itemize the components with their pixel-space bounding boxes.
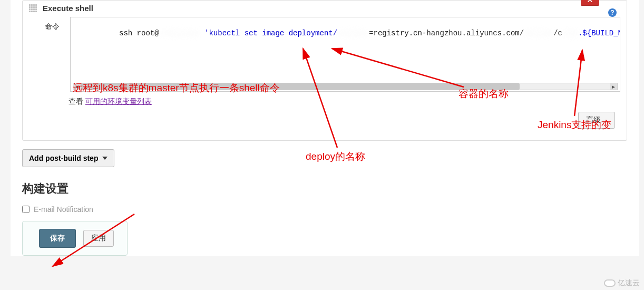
add-step-label: Add post-build step xyxy=(29,154,98,162)
command-textarea[interactable]: ssh root@ 'kubectl set image deployment/… xyxy=(70,17,620,92)
svg-text:?: ? xyxy=(610,9,614,16)
scroll-left-icon[interactable]: ◄ xyxy=(73,83,81,90)
section-title: Execute shell xyxy=(43,4,93,13)
horizontal-scrollbar[interactable]: ◄ ► xyxy=(73,83,618,90)
apply-button[interactable]: 应用 xyxy=(83,230,114,247)
footer-actions: 保存 应用 xyxy=(22,221,128,256)
scroll-thumb[interactable] xyxy=(81,83,520,90)
env-vars-link[interactable]: 可用的环境变量列表 xyxy=(85,97,152,105)
drag-handle-icon[interactable] xyxy=(29,4,37,13)
build-step-execute-shell: X ? Execute shell 命令 ssh root@ 'kubectl … xyxy=(22,0,627,141)
email-notification-checkbox[interactable] xyxy=(22,206,30,213)
delete-step-button[interactable]: X xyxy=(581,0,599,6)
help-icon[interactable]: ? xyxy=(608,8,617,17)
build-settings-heading: 构建设置 xyxy=(22,181,639,197)
env-vars-hint: 查看 可用的环境变量列表 xyxy=(69,97,620,107)
command-label: 命令 xyxy=(45,17,63,32)
add-post-build-step-button[interactable]: Add post-build step xyxy=(22,149,114,167)
watermark: 亿速云 xyxy=(604,278,640,288)
scroll-right-icon[interactable]: ► xyxy=(610,83,617,90)
chevron-down-icon xyxy=(102,157,108,160)
cloud-icon xyxy=(604,279,616,287)
email-notification-label: E-mail Notification xyxy=(34,205,93,214)
save-button[interactable]: 保存 xyxy=(39,229,76,248)
advanced-button[interactable]: 高级... xyxy=(578,112,615,129)
